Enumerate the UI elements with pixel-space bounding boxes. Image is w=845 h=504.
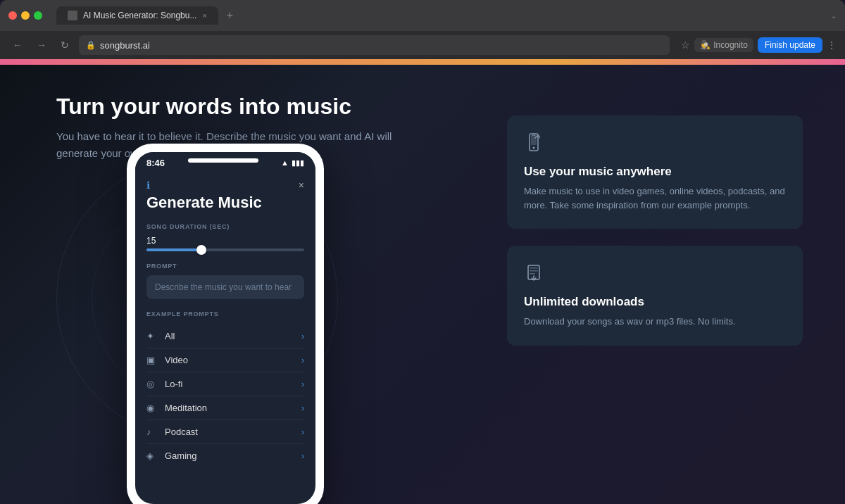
refresh-button[interactable]: ↻ xyxy=(56,37,73,53)
title-bar: AI Music Generator: Songbu... × + ⌄ xyxy=(0,0,845,31)
phone-close-icon[interactable]: × xyxy=(299,179,304,191)
phone-menu-item[interactable]: ◉ Meditation › xyxy=(146,396,304,420)
svg-rect-4 xyxy=(530,267,538,269)
new-tab-button[interactable]: + xyxy=(221,9,239,22)
tab-favicon xyxy=(68,11,77,20)
phone-menu-item[interactable]: ▣ Video › xyxy=(146,348,304,372)
back-button[interactable]: ← xyxy=(8,37,27,53)
feature-card-downloads: Unlimited downloads Download your songs … xyxy=(507,246,803,346)
info-icon[interactable]: ℹ xyxy=(146,179,150,191)
incognito-button[interactable]: 🕵️ Incognito xyxy=(694,38,753,52)
phone-time: 8:46 xyxy=(146,158,165,168)
podcast-chevron-icon: › xyxy=(301,427,304,437)
prompt-placeholder: Describe the music you want to hear xyxy=(155,282,292,292)
tab-title: AI Music Generator: Songbu... xyxy=(83,11,196,20)
phone-mockup: 8:46 ▲ ▮▮▮ ℹ × Generate Music xyxy=(127,144,324,504)
right-side: Use your music anywhere Make music to us… xyxy=(507,115,803,346)
phone-menu-item[interactable]: ♪ Podcast › xyxy=(146,420,304,444)
feature-desc-use-anywhere: Make music to use in video games, online… xyxy=(524,184,786,212)
svg-rect-1 xyxy=(531,135,537,145)
podcast-label: Podcast xyxy=(165,427,198,437)
video-label: Video xyxy=(165,355,188,365)
phone-status-icons: ▲ ▮▮▮ xyxy=(281,158,304,168)
download-icon xyxy=(524,263,786,286)
incognito-icon: 🕵️ xyxy=(700,40,711,50)
bookmark-button[interactable]: ☆ xyxy=(681,39,690,51)
slider-track[interactable] xyxy=(146,248,304,251)
top-gradient xyxy=(0,59,845,65)
browser-chrome: AI Music Generator: Songbu... × + ⌄ ← → … xyxy=(0,0,845,59)
podcast-icon: ♪ xyxy=(146,427,158,437)
hero-title: Turn your words into music xyxy=(56,93,423,120)
feature-desc-downloads: Download your songs as wav or mp3 files.… xyxy=(524,315,786,329)
feature-title-use-anywhere: Use your music anywhere xyxy=(524,165,786,179)
lofi-chevron-icon: › xyxy=(301,379,304,389)
address-bar[interactable]: 🔒 songburst.ai xyxy=(79,35,670,55)
phone-app-header: ℹ × xyxy=(146,179,304,191)
forward-button[interactable]: → xyxy=(32,37,51,53)
feature-title-downloads: Unlimited downloads xyxy=(524,295,786,309)
nav-bar: ← → ↻ 🔒 songburst.ai ☆ 🕵️ Incognito Fini… xyxy=(0,31,845,59)
prompt-label: PROMPT xyxy=(146,263,304,270)
url-text: songburst.ai xyxy=(100,40,150,51)
phone-slider-container: SONG DURATION (SEC) 15 xyxy=(146,223,304,251)
finish-update-button[interactable]: Finish update xyxy=(758,37,822,53)
svg-rect-5 xyxy=(530,270,538,272)
feature-card-use-anywhere: Use your music anywhere Make music to us… xyxy=(507,115,803,229)
phone-screen: 8:46 ▲ ▮▮▮ ℹ × Generate Music xyxy=(135,152,315,504)
tab-close-button[interactable]: × xyxy=(202,11,206,20)
slider-thumb[interactable] xyxy=(196,245,206,255)
main-content: Turn your words into music You have to h… xyxy=(0,59,845,504)
nav-actions: ☆ 🕵️ Incognito Finish update ⋮ xyxy=(681,37,837,53)
all-chevron-icon: › xyxy=(301,332,304,341)
phone-menu-item[interactable]: ✦ All › xyxy=(146,325,304,348)
phone-app-content: ℹ × Generate Music SONG DURATION (SEC) 1… xyxy=(135,171,315,476)
prompt-input[interactable]: Describe the music you want to hear xyxy=(146,275,304,299)
finish-update-label: Finish update xyxy=(765,40,815,50)
traffic-lights xyxy=(8,11,42,20)
wifi-icon: ▲ xyxy=(281,158,289,168)
all-label: All xyxy=(165,331,175,341)
gaming-chevron-icon: › xyxy=(301,451,304,461)
signal-icon: ▮▮▮ xyxy=(292,158,304,168)
phone-container: 8:46 ▲ ▮▮▮ ℹ × Generate Music xyxy=(127,144,324,504)
phone-menu-item[interactable]: ◈ Gaming › xyxy=(146,444,304,467)
video-icon: ▣ xyxy=(146,355,158,365)
examples-label: EXAMPLE PROMPTS xyxy=(146,310,304,317)
phone-menu-item[interactable]: ◎ Lo-fi › xyxy=(146,372,304,396)
duration-value: 15 xyxy=(146,236,304,246)
svg-point-2 xyxy=(533,147,535,149)
tab-bar: AI Music Generator: Songbu... × + xyxy=(56,6,825,25)
meditation-icon: ◉ xyxy=(146,403,158,413)
gaming-icon: ◈ xyxy=(146,451,158,461)
video-chevron-icon: › xyxy=(301,355,304,365)
svg-rect-6 xyxy=(530,273,535,275)
phone-app-title: Generate Music xyxy=(146,194,304,212)
active-tab[interactable]: AI Music Generator: Songbu... × xyxy=(56,6,218,25)
maximize-window-button[interactable] xyxy=(34,11,42,20)
chevron-down-icon[interactable]: ⌄ xyxy=(831,12,837,20)
incognito-label: Incognito xyxy=(713,40,748,50)
lofi-label: Lo-fi xyxy=(165,379,182,389)
gaming-label: Gaming xyxy=(165,451,197,461)
mobile-icon xyxy=(524,132,786,156)
phone-status-bar: 8:46 ▲ ▮▮▮ xyxy=(135,152,315,171)
close-window-button[interactable] xyxy=(8,11,17,20)
more-options-button[interactable]: ⋮ xyxy=(827,39,837,51)
phone-notch xyxy=(188,158,258,163)
meditation-chevron-icon: › xyxy=(301,403,304,413)
duration-label: SONG DURATION (SEC) xyxy=(146,223,304,230)
lofi-icon: ◎ xyxy=(146,379,158,389)
all-icon: ✦ xyxy=(146,331,158,341)
meditation-label: Meditation xyxy=(165,403,207,413)
minimize-window-button[interactable] xyxy=(21,11,30,20)
slider-fill xyxy=(146,248,201,251)
lock-icon: 🔒 xyxy=(86,41,96,50)
